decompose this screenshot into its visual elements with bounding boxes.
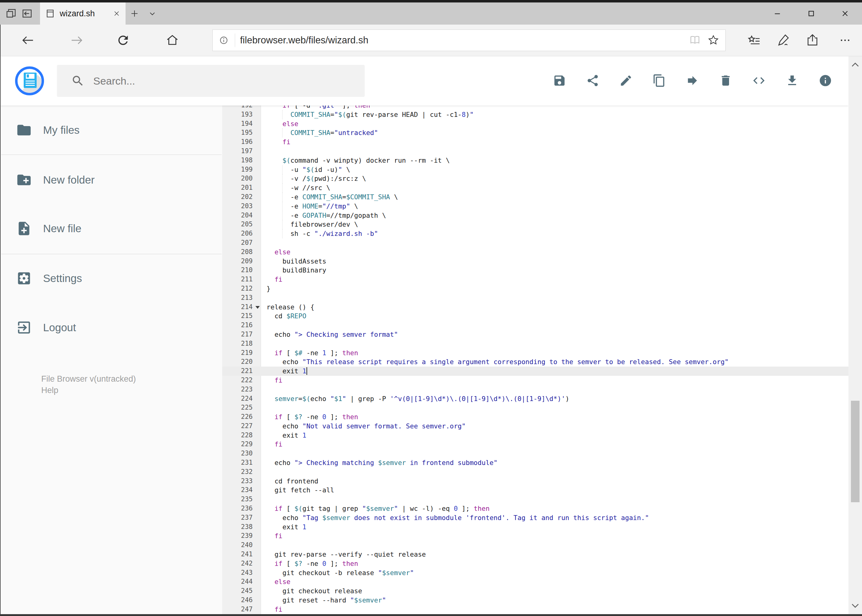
code-line[interactable]: 215 cd $REPO [222, 311, 848, 321]
hub-icon[interactable] [747, 33, 761, 47]
code-line[interactable]: 195 COMMIT_SHA="untracked" [222, 128, 848, 137]
code-line[interactable]: 229 fi [222, 440, 848, 449]
code-line[interactable]: 239 fi [222, 531, 848, 541]
code-line[interactable]: 196 fi [222, 137, 848, 147]
sidebar-item-settings[interactable]: Settings [16, 270, 82, 286]
sidebar-item-my-files[interactable]: My files [16, 122, 80, 138]
share-page-icon[interactable] [806, 33, 820, 47]
code-line[interactable]: 243 git checkout -b release "$semver" [222, 568, 848, 578]
tab-preview-chevron-icon[interactable] [143, 2, 161, 25]
forward-icon[interactable] [70, 33, 84, 47]
code-line[interactable]: 227 echo "Not valid semver format. See s… [222, 422, 848, 431]
code-line[interactable]: 237 echo "Tag $semver does not exist in … [222, 513, 848, 523]
file-browser-logo[interactable] [15, 66, 44, 95]
info-button[interactable] [819, 74, 832, 87]
help-link[interactable]: Help [41, 386, 58, 395]
code-line[interactable]: 213 [222, 293, 848, 303]
download-button[interactable] [785, 74, 799, 87]
code-line[interactable]: 209 buildAssets [222, 257, 848, 266]
share-button[interactable] [586, 74, 599, 87]
code-line[interactable]: 228 exit 1 [222, 431, 848, 440]
code-line[interactable]: 235 [222, 495, 848, 504]
copy-button[interactable] [652, 74, 666, 87]
sidebar-item-new-file[interactable]: New file [16, 220, 81, 236]
favorite-star-icon[interactable] [707, 34, 720, 47]
page-scrollbar[interactable] [848, 56, 862, 614]
code-line[interactable]: 236 if [ $(git tag | grep "$semver" | wc… [222, 504, 848, 513]
code-line[interactable]: 245 git checkout release [222, 586, 848, 596]
code-line[interactable]: 244 else [222, 577, 848, 586]
web-note-pen-icon[interactable] [777, 33, 791, 47]
code-line[interactable]: 222 fi [222, 376, 848, 385]
code-line[interactable]: 231 echo "> Checking matching $semver in… [222, 458, 848, 467]
save-button[interactable] [553, 74, 566, 87]
code-line[interactable]: 218 [222, 339, 848, 349]
code-line[interactable]: 216 [222, 321, 848, 330]
code-line[interactable]: 221 exit 1 [222, 366, 848, 376]
code-line[interactable]: 241 git rev-parse --verify --quiet relea… [222, 550, 848, 559]
code-line[interactable]: 194 else [222, 119, 848, 129]
maximize-button[interactable] [794, 2, 828, 25]
code-line[interactable]: 240 [222, 541, 848, 550]
code-line[interactable]: 238 exit 1 [222, 523, 848, 532]
new-tab-icon[interactable] [126, 2, 143, 25]
rename-button[interactable] [619, 74, 633, 87]
code-line[interactable]: 206 sh -c "./wizard.sh -b" [222, 229, 848, 238]
editor-button[interactable] [752, 74, 766, 87]
code-line[interactable]: 192 if [ -d ".git" ]; then [222, 105, 848, 110]
code-line[interactable]: 197 [222, 147, 848, 156]
sidebar-item-new-folder[interactable]: New folder [16, 172, 95, 188]
code-line[interactable]: 199 -u "$(id -u)" \ [222, 165, 848, 174]
code-line[interactable]: 200 -v /$(pwd):/src:z \ [222, 174, 848, 183]
url-text[interactable]: filebrowser.web/files/wizard.sh [240, 35, 689, 46]
move-button[interactable] [686, 74, 699, 87]
code-line[interactable]: 207 [222, 238, 848, 248]
code-editor[interactable]: 192 if [ -d ".git" ]; then193 COMMIT_SHA… [222, 105, 848, 614]
code-line[interactable]: 212} [222, 284, 848, 293]
minimize-button[interactable] [760, 2, 794, 25]
code-line[interactable]: 203 -e HOME="//tmp" \ [222, 202, 848, 211]
set-aside-tabs-icon[interactable] [19, 2, 35, 25]
close-tab-icon[interactable] [113, 9, 121, 17]
code-line[interactable]: 246 git reset --hard "$semver" [222, 596, 848, 605]
fold-marker-icon[interactable] [255, 306, 260, 309]
back-icon[interactable] [20, 33, 35, 47]
site-info-icon[interactable] [217, 34, 230, 46]
code-line[interactable]: 247 fi [222, 605, 848, 614]
stacked-tabs-icon[interactable] [3, 2, 19, 25]
code-line[interactable]: 202 -e COMMIT_SHA=$COMMIT_SHA \ [222, 193, 848, 202]
code-line[interactable]: 226 if [ $? -ne 0 ]; then [222, 412, 848, 422]
code-line[interactable]: 201 -w //src \ [222, 183, 848, 193]
delete-button[interactable] [719, 74, 733, 87]
reading-view-icon[interactable] [689, 34, 701, 47]
code-line[interactable]: 234 git fetch --all [222, 486, 848, 495]
scroll-up-icon[interactable] [848, 58, 862, 72]
code-line[interactable]: 208 else [222, 248, 848, 257]
scrollbar-thumb[interactable] [851, 401, 860, 502]
url-bar[interactable]: filebrowser.web/files/wizard.sh [212, 30, 726, 51]
scroll-down-icon[interactable] [848, 599, 862, 612]
code-line[interactable]: 219 if [ $# -ne 1 ]; then [222, 349, 848, 358]
code-line[interactable]: 204 -e GOPATH=//tmp/gopath \ [222, 211, 848, 220]
more-options-icon[interactable] [838, 33, 852, 47]
code-line[interactable]: 225 [222, 403, 848, 412]
refresh-icon[interactable] [116, 33, 130, 47]
home-icon[interactable] [165, 33, 180, 47]
code-line[interactable]: 217 echo "> Checking semver format" [222, 330, 848, 339]
search-input[interactable]: Search... [57, 65, 365, 97]
code-line[interactable]: 242 if [ $? -ne 0 ]; then [222, 559, 848, 568]
sidebar-item-logout[interactable]: Logout [16, 319, 76, 336]
code-line[interactable]: 198 $(command -v winpty) docker run --rm… [222, 156, 848, 165]
code-line[interactable]: 230 [222, 449, 848, 458]
code-line[interactable]: 210 buildBinary [222, 266, 848, 275]
code-line[interactable]: 224 semver=$(echo "$1" | grep -P '^v(0|[… [222, 394, 848, 404]
code-line[interactable]: 232 [222, 467, 848, 477]
tab-wizard-sh[interactable]: wizard.sh [40, 2, 126, 25]
code-line[interactable]: 211 fi [222, 275, 848, 284]
code-line[interactable]: 233 cd frontend [222, 477, 848, 486]
code-line[interactable]: 220 echo "This release script requires a… [222, 357, 848, 366]
code-line[interactable]: 193 COMMIT_SHA="$(git rev-parse HEAD | c… [222, 110, 848, 119]
code-line[interactable]: 205 filebrowser/dev \ [222, 220, 848, 229]
close-window-button[interactable] [828, 2, 862, 25]
code-line[interactable]: 223 [222, 385, 848, 394]
